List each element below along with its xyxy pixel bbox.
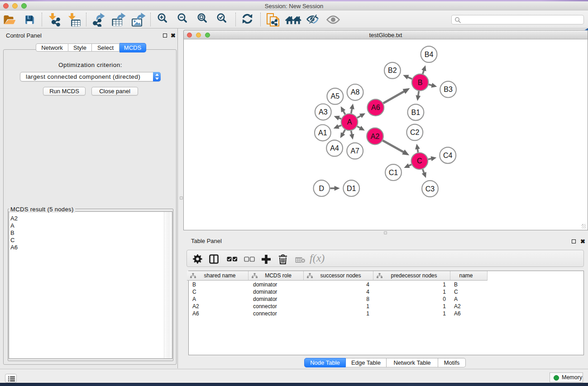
svg-text:A: A bbox=[347, 118, 352, 126]
svg-text:A3: A3 bbox=[319, 108, 328, 116]
svg-text:C3: C3 bbox=[425, 185, 435, 193]
svg-text:C4: C4 bbox=[443, 152, 453, 159]
svg-text:B1: B1 bbox=[411, 109, 421, 116]
svg-text:B2: B2 bbox=[388, 67, 397, 74]
svg-text:B4: B4 bbox=[425, 51, 434, 58]
svg-text:B: B bbox=[418, 79, 423, 86]
svg-text:A4: A4 bbox=[330, 144, 339, 152]
svg-text:C2: C2 bbox=[410, 129, 420, 136]
svg-text:D: D bbox=[319, 185, 325, 192]
svg-text:A6: A6 bbox=[371, 104, 380, 111]
svg-text:A7: A7 bbox=[350, 147, 359, 155]
svg-text:C: C bbox=[417, 157, 422, 165]
svg-text:A5: A5 bbox=[331, 92, 340, 100]
svg-text:C1: C1 bbox=[389, 169, 398, 176]
svg-text:B3: B3 bbox=[444, 86, 453, 93]
svg-text:A2: A2 bbox=[371, 133, 380, 140]
svg-text:D1: D1 bbox=[347, 185, 356, 192]
svg-text:A8: A8 bbox=[351, 88, 360, 96]
svg-text:A1: A1 bbox=[318, 129, 327, 137]
